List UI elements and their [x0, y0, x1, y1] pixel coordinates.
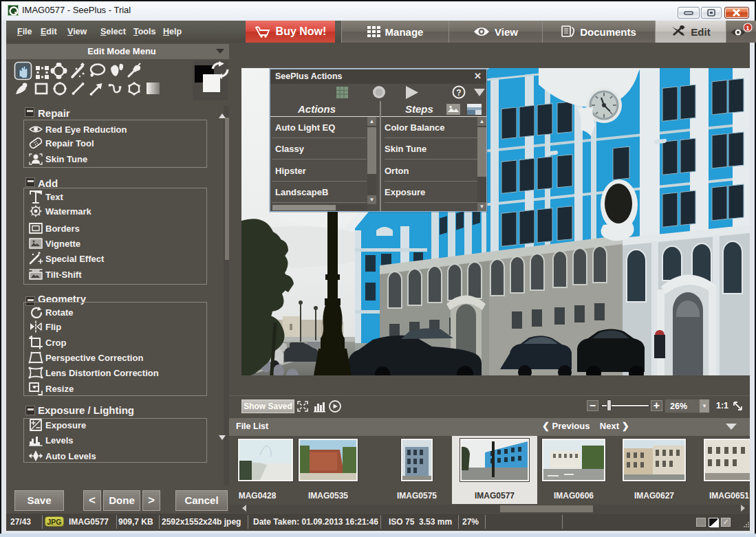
svg-text:1: 1	[746, 24, 750, 32]
svg-text:?: ?	[456, 88, 461, 98]
